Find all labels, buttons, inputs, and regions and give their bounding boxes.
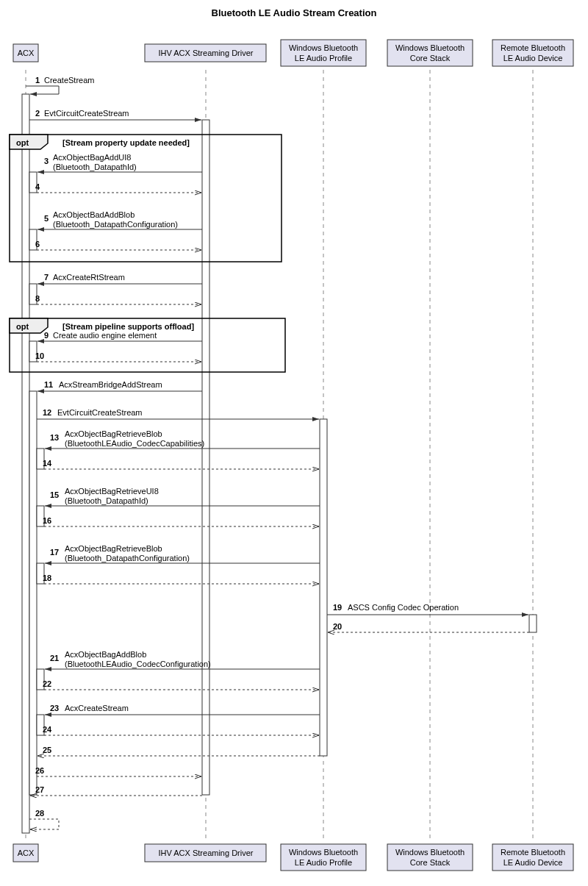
svg-text:10: 10 — [35, 351, 44, 360]
svg-text:opt: opt — [16, 138, 29, 147]
svg-text:1: 1 — [35, 76, 40, 85]
svg-text:14: 14 — [43, 459, 52, 468]
svg-text:4: 4 — [35, 182, 40, 191]
msg-17: AcxObjectBagRetrieveBlob — [65, 544, 162, 553]
svg-text:LE Audio Device: LE Audio Device — [503, 54, 563, 62]
svg-text:opt: opt — [16, 322, 29, 331]
svg-text:17: 17 — [50, 548, 59, 557]
activation-rbld — [529, 615, 537, 632]
diagram-title: Bluetooth LE Audio Stream Creation — [212, 7, 377, 18]
svg-text:ACX: ACX — [18, 49, 35, 57]
svg-text:12: 12 — [43, 408, 51, 417]
svg-text:9: 9 — [44, 331, 49, 340]
svg-text:6: 6 — [35, 240, 40, 249]
svg-text:25: 25 — [43, 746, 51, 754]
svg-text:Remote Bluetooth: Remote Bluetooth — [501, 848, 565, 857]
activation-acx-11 — [29, 391, 37, 795]
svg-text:2: 2 — [35, 109, 40, 118]
msg-3: AcxObjectBagAddUI8 — [53, 153, 131, 162]
activation-ihv — [202, 120, 209, 795]
svg-text:[Stream property update needed: [Stream property update needed] — [62, 138, 190, 147]
msg-23: AcxCreateStream — [65, 704, 129, 712]
msg-12: EvtCircuitCreateStream — [57, 408, 143, 417]
activation-acx-main — [22, 94, 29, 833]
svg-text:Windows Bluetooth: Windows Bluetooth — [395, 43, 465, 52]
svg-text:(Bluetooth_DatapathId): (Bluetooth_DatapathId) — [53, 162, 137, 171]
svg-text:Windows Bluetooth: Windows Bluetooth — [395, 848, 465, 857]
svg-text:[Stream pipeline supports offl: [Stream pipeline supports offload] — [62, 322, 194, 331]
svg-text:Remote Bluetooth: Remote Bluetooth — [501, 43, 565, 52]
svg-text:(Bluetooth_DatapathConfigurati: (Bluetooth_DatapathConfiguration) — [65, 554, 190, 562]
svg-text:(Bluetooth_DatapathConfigurati: (Bluetooth_DatapathConfiguration) — [53, 220, 178, 229]
msg-7: AcxCreateRtStream — [53, 273, 125, 282]
svg-text:28: 28 — [35, 809, 44, 818]
msg-1: CreateStream — [44, 76, 94, 85]
svg-text:3: 3 — [44, 157, 49, 165]
msg-5: AcxObjectBadAddBlob — [53, 210, 135, 219]
opt-1 — [10, 135, 282, 262]
msg-21: AcxObjectBagAddBlob — [65, 650, 146, 659]
svg-text:(Bluetooth_DatapathId): (Bluetooth_DatapathId) — [65, 496, 148, 505]
svg-text:26: 26 — [35, 766, 44, 775]
svg-text:Windows Bluetooth: Windows Bluetooth — [289, 848, 358, 857]
svg-text:13: 13 — [50, 433, 59, 442]
svg-text:22: 22 — [43, 679, 51, 688]
svg-text:27: 27 — [35, 785, 44, 794]
svg-text:ACX: ACX — [18, 849, 35, 857]
svg-text:(BluetoothLEAudio_CodecCapabil: (BluetoothLEAudio_CodecCapabilities) — [65, 439, 204, 448]
svg-text:IHV ACX Streaming Driver: IHV ACX Streaming Driver — [159, 49, 254, 57]
svg-text:7: 7 — [44, 273, 49, 282]
msg-28 — [29, 819, 59, 829]
msg-2: EvtCircuitCreateStream — [44, 109, 129, 118]
svg-text:Core Stack: Core Stack — [410, 858, 451, 867]
svg-text:19: 19 — [333, 603, 342, 612]
svg-text:Core Stack: Core Stack — [410, 54, 451, 62]
svg-text:8: 8 — [35, 294, 40, 303]
svg-text:18: 18 — [43, 574, 51, 582]
svg-text:20: 20 — [333, 622, 342, 631]
svg-text:LE Audio Device: LE Audio Device — [503, 858, 563, 867]
msg-15: AcxObjectBagRetrieveUI8 — [65, 487, 159, 496]
msg-11: AcxStreamBridgeAddStream — [59, 380, 162, 389]
svg-text:16: 16 — [43, 516, 51, 525]
sequence-diagram: Bluetooth LE Audio Stream Creation ACX I… — [0, 0, 588, 886]
msg-13: AcxObjectBagRetrieveBlob — [65, 429, 162, 438]
svg-text:15: 15 — [50, 490, 59, 499]
activation-wbap — [320, 419, 327, 756]
svg-text:LE Audio Profile: LE Audio Profile — [295, 54, 352, 62]
svg-text:24: 24 — [43, 725, 52, 734]
svg-text:LE Audio Profile: LE Audio Profile — [295, 858, 352, 867]
svg-text:(BluetoothLEAudio_CodecConfigu: (BluetoothLEAudio_CodecConfiguration) — [65, 660, 211, 668]
svg-text:IHV ACX Streaming Driver: IHV ACX Streaming Driver — [159, 849, 254, 857]
svg-text:5: 5 — [44, 214, 49, 223]
svg-text:21: 21 — [50, 654, 59, 662]
svg-text:11: 11 — [44, 380, 53, 389]
msg-9: Create audio engine element — [53, 331, 157, 340]
msg-19: ASCS Config Codec Operation — [348, 603, 459, 612]
svg-text:23: 23 — [50, 704, 59, 712]
svg-text:Windows Bluetooth: Windows Bluetooth — [289, 43, 358, 52]
